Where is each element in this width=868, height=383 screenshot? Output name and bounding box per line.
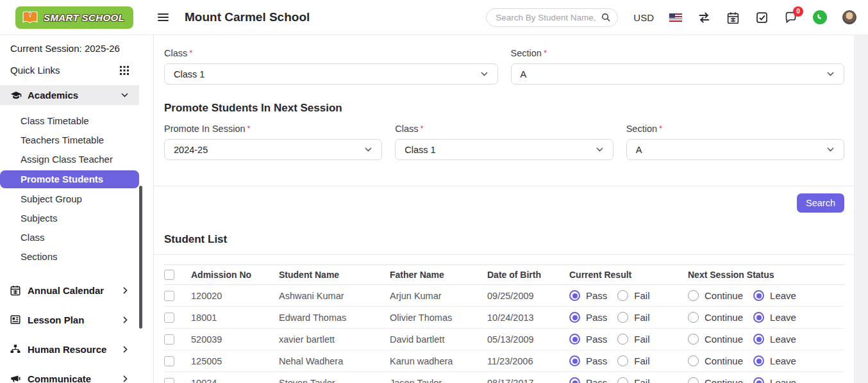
student-list-heading: Student List xyxy=(164,233,844,246)
sidebar-item-communicate[interactable]: Communicate xyxy=(0,369,142,383)
fail-radio-option[interactable]: Fail xyxy=(617,290,649,301)
continue-radio xyxy=(688,355,699,366)
column-header: Admission No xyxy=(191,270,279,280)
sidebar-item-subject-group[interactable]: Subject Group xyxy=(0,190,139,209)
column-header: Current Result xyxy=(569,270,688,280)
sidebar-item-class[interactable]: Class xyxy=(0,228,139,247)
required-marker: * xyxy=(189,48,192,58)
search-button[interactable]: Search xyxy=(797,193,844,213)
row-checkbox[interactable] xyxy=(164,378,174,383)
row-checkbox[interactable] xyxy=(164,313,174,323)
sidebar-item-subjects[interactable]: Subjects xyxy=(0,209,139,228)
whatsapp-icon[interactable] xyxy=(813,10,827,24)
dob-cell: 09/25/2009 xyxy=(487,291,569,301)
admission-no-cell: 520039 xyxy=(191,334,279,345)
calendar-icon[interactable] xyxy=(726,11,740,24)
leave-radio-option[interactable]: Leave xyxy=(753,377,796,383)
sidebar-item-lesson-plan[interactable]: Lesson Plan xyxy=(0,310,142,329)
continue-radio xyxy=(688,334,699,345)
sidebar-item-class-timetable[interactable]: Class Timetable xyxy=(0,111,139,131)
dob-cell: 05/13/2009 xyxy=(487,334,569,345)
continue-radio-option[interactable]: Continue xyxy=(688,290,743,301)
pass-radio-option[interactable]: Pass xyxy=(569,312,607,323)
sidebar-item-teachers-timetable[interactable]: Teachers Timetable xyxy=(0,131,139,150)
current-result-group: Pass Fail xyxy=(569,377,688,383)
fail-label: Fail xyxy=(634,355,649,366)
fail-label: Fail xyxy=(634,334,649,345)
promote-session-select[interactable]: 2024-25 xyxy=(164,139,382,160)
row-checkbox[interactable] xyxy=(164,356,174,366)
chevron-right-icon xyxy=(121,316,129,324)
continue-radio-option[interactable]: Continue xyxy=(688,312,743,323)
academics-submenu: Class Timetable Teachers Timetable Assig… xyxy=(0,111,153,266)
leave-radio-option[interactable]: Leave xyxy=(753,334,796,345)
leave-radio-option[interactable]: Leave xyxy=(753,312,796,323)
select-all-checkbox[interactable] xyxy=(164,270,174,280)
apps-grid-icon[interactable] xyxy=(120,66,129,75)
promote-class-label: Class xyxy=(395,124,418,134)
sidebar-item-annual-calendar[interactable]: Annual Calendar xyxy=(0,281,142,300)
search-icon[interactable] xyxy=(601,12,611,22)
leave-radio-option[interactable]: Leave xyxy=(753,290,796,301)
required-marker: * xyxy=(247,124,251,134)
row-checkbox[interactable] xyxy=(164,291,174,301)
leave-radio xyxy=(753,355,764,366)
currency-selector[interactable]: USD xyxy=(633,12,654,23)
fail-radio-option[interactable]: Fail xyxy=(617,355,649,366)
continue-label: Continue xyxy=(705,312,743,323)
sidebar-scrollbar[interactable] xyxy=(139,186,142,329)
sidebar-item-assign-class-teacher[interactable]: Assign Class Teacher xyxy=(0,150,139,169)
fail-label: Fail xyxy=(634,312,649,323)
section-field: Section* A xyxy=(511,48,845,85)
session-switch-icon[interactable] xyxy=(697,11,711,24)
chevron-down-icon xyxy=(364,145,372,154)
class-field: Class* Class 1 xyxy=(164,48,498,85)
sidebar-item-promote-students[interactable]: Promote Students xyxy=(0,170,139,188)
todo-task-icon[interactable] xyxy=(755,11,769,24)
sidebar-item-human-resource[interactable]: Human Resource xyxy=(0,339,142,359)
app-logo[interactable]: SMART SCHOOL xyxy=(15,6,133,29)
pass-label: Pass xyxy=(586,290,607,301)
fail-radio-option[interactable]: Fail xyxy=(617,334,649,345)
user-avatar[interactable] xyxy=(842,10,856,24)
chat-icon[interactable]: 0 xyxy=(784,11,797,24)
chevron-down-icon xyxy=(826,70,835,78)
book-pen-icon xyxy=(21,9,40,26)
pass-radio-option[interactable]: Pass xyxy=(569,290,607,301)
pass-radio-option[interactable]: Pass xyxy=(569,334,607,345)
fail-radio xyxy=(617,312,628,323)
promote-section-select[interactable]: A xyxy=(626,139,844,160)
row-checkbox[interactable] xyxy=(164,334,174,345)
father-name-cell: Olivier Thomas xyxy=(390,313,487,323)
sidebar-item-sections[interactable]: Sections xyxy=(0,247,139,266)
class-select[interactable]: Class 1 xyxy=(164,63,498,85)
continue-radio-option[interactable]: Continue xyxy=(688,377,743,383)
student-name-cell: xavier bartlett xyxy=(279,334,390,345)
sidebar-menu-group: Annual Calendar Lesson Plan Human Resour… xyxy=(0,281,153,383)
quick-links-row: Quick Links xyxy=(0,65,153,76)
fail-radio-option[interactable]: Fail xyxy=(617,312,649,323)
section-select[interactable]: A xyxy=(511,63,845,85)
promote-form-row: Promote In Session* 2024-25 Class* Class… xyxy=(164,124,844,160)
language-flag-icon[interactable] xyxy=(669,13,682,22)
sidebar-item-academics[interactable]: Academics xyxy=(0,85,139,105)
pass-radio-option[interactable]: Pass xyxy=(569,377,607,383)
continue-radio-option[interactable]: Continue xyxy=(688,355,743,366)
student-name-cell: Edward Thomas xyxy=(279,313,390,323)
promote-class-select[interactable]: Class 1 xyxy=(395,139,613,160)
pass-radio-option[interactable]: Pass xyxy=(569,355,607,366)
student-search-input[interactable] xyxy=(486,8,618,27)
continue-radio-option[interactable]: Continue xyxy=(688,334,743,345)
logo-text: SMART SCHOOL xyxy=(44,12,124,23)
next-session-group: Continue Leave xyxy=(688,334,844,345)
fail-radio-option[interactable]: Fail xyxy=(617,377,649,383)
leave-radio-option[interactable]: Leave xyxy=(753,355,796,366)
father-name-cell: Karun wadhera xyxy=(390,356,487,366)
promote-session-label: Promote In Session xyxy=(164,124,246,134)
continue-radio xyxy=(688,312,699,323)
next-session-group: Continue Leave xyxy=(688,355,844,366)
logo-zone: SMART SCHOOL xyxy=(0,6,154,29)
sidebar-toggle-icon[interactable] xyxy=(158,9,174,26)
continue-label: Continue xyxy=(705,290,743,301)
fail-radio xyxy=(617,377,628,383)
